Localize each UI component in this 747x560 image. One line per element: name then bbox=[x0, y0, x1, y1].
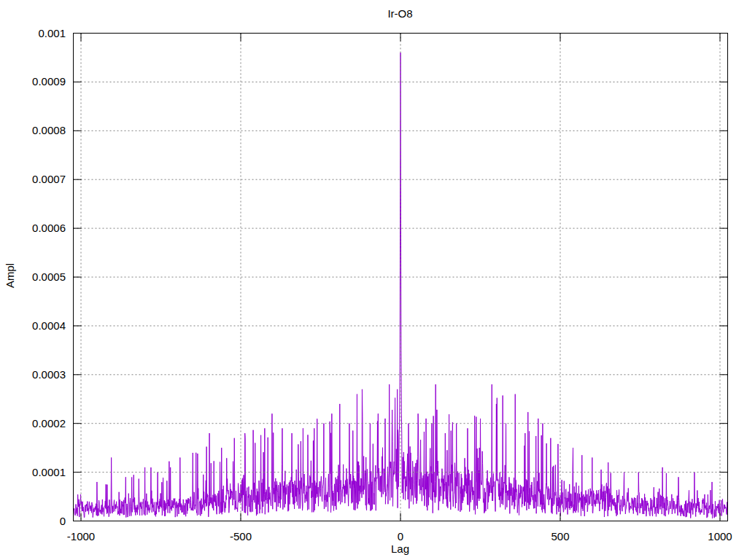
x-tick-label: 0 bbox=[368, 530, 433, 543]
y-tick-label: 0.0004 bbox=[0, 319, 66, 332]
plot-area bbox=[0, 0, 747, 560]
x-tick-label: 500 bbox=[527, 530, 593, 543]
y-tick-label: 0.0007 bbox=[0, 173, 66, 186]
y-tick-label: 0.0005 bbox=[0, 271, 66, 284]
y-tick-label: 0.0008 bbox=[0, 124, 66, 137]
chart-figure: Ir-O8 Ampl Lag 00.00010.00020.00030.0004… bbox=[0, 0, 747, 560]
y-tick-label: 0.001 bbox=[0, 27, 66, 40]
y-tick-label: 0.0006 bbox=[0, 222, 66, 235]
x-tick-label: 1000 bbox=[687, 530, 747, 543]
y-tick-label: 0 bbox=[0, 515, 66, 528]
x-tick-label: -500 bbox=[208, 530, 274, 543]
y-tick-label: 0.0001 bbox=[0, 466, 66, 479]
x-axis-label: Lag bbox=[73, 542, 727, 556]
y-tick-label: 0.0009 bbox=[0, 75, 66, 88]
y-tick-label: 0.0002 bbox=[0, 417, 66, 430]
x-tick-label: -1000 bbox=[48, 530, 114, 543]
y-tick-label: 0.0003 bbox=[0, 368, 66, 381]
